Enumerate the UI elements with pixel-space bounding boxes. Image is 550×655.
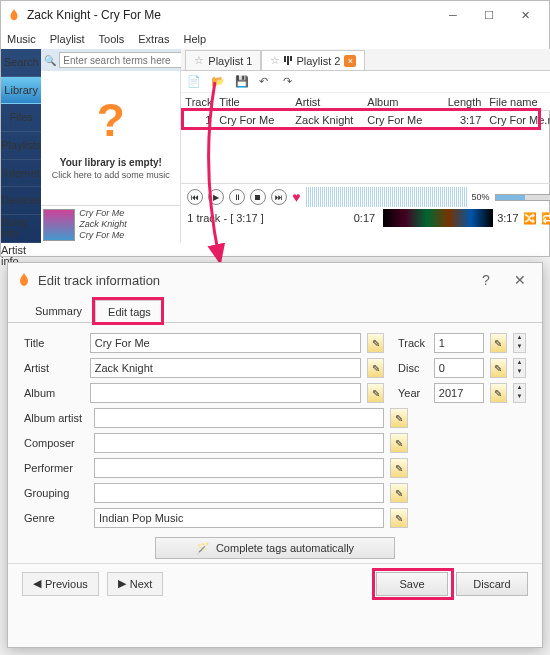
playlist-tab-1[interactable]: ☆Playlist 1 xyxy=(185,50,261,70)
album-artist-field[interactable] xyxy=(94,408,384,428)
volume-label: 50% xyxy=(472,192,490,202)
brush-button[interactable]: ✎ xyxy=(390,508,408,528)
tab-summary[interactable]: Summary xyxy=(22,299,95,322)
title-field[interactable] xyxy=(90,333,361,353)
brush-button[interactable]: ✎ xyxy=(390,458,408,478)
volume-slider[interactable] xyxy=(495,194,550,201)
close-button[interactable]: ✕ xyxy=(507,3,543,27)
genre-field[interactable] xyxy=(94,508,384,528)
library-empty-panel[interactable]: ? Your library is empty! Click here to a… xyxy=(41,71,180,205)
playlist-tab-2[interactable]: ☆Playlist 2× xyxy=(261,50,365,70)
label-track: Track xyxy=(398,337,428,349)
new-icon[interactable]: 📄 xyxy=(187,75,201,89)
library-empty-sub: Click here to add some music xyxy=(52,170,170,180)
menu-playlist[interactable]: Playlist xyxy=(50,33,85,45)
np-title: Cry For Me xyxy=(79,208,127,219)
brush-button[interactable]: ✎ xyxy=(390,483,408,503)
brush-button[interactable]: ✎ xyxy=(390,433,408,453)
year-spinner[interactable]: ▲▼ xyxy=(513,383,526,403)
artist-field[interactable] xyxy=(90,358,361,378)
menu-help[interactable]: Help xyxy=(183,33,206,45)
col-artist[interactable]: Artist xyxy=(291,96,363,108)
dialog-tabs: Summary Edit tags xyxy=(8,297,542,323)
chevron-left-icon: ◀ xyxy=(33,577,41,590)
maximize-button[interactable]: ☐ xyxy=(471,3,507,27)
disc-field[interactable] xyxy=(434,358,484,378)
wand-icon: 🪄 xyxy=(196,542,210,555)
year-field[interactable] xyxy=(434,383,484,403)
close-tab-icon[interactable]: × xyxy=(344,55,356,67)
menu-tools[interactable]: Tools xyxy=(99,33,125,45)
sidebar-item-playlists[interactable]: Playlists xyxy=(1,132,41,160)
menu-extras[interactable]: Extras xyxy=(138,33,169,45)
track-table: Track Title Artist Album Length File nam… xyxy=(181,93,550,129)
performer-field[interactable] xyxy=(94,458,384,478)
brush-button[interactable]: ✎ xyxy=(490,333,507,353)
pause-button[interactable]: ⏸ xyxy=(229,189,245,205)
grouping-field[interactable] xyxy=(94,483,384,503)
sidebar-item-search[interactable]: Search xyxy=(1,49,41,77)
play-button[interactable]: ▶ xyxy=(208,189,224,205)
sidebar-item-internet[interactable]: Internet xyxy=(1,160,41,188)
minimize-button[interactable]: ─ xyxy=(435,3,471,27)
prev-button[interactable]: ⏮ xyxy=(187,189,203,205)
composer-field[interactable] xyxy=(94,433,384,453)
brush-button[interactable]: ✎ xyxy=(367,358,384,378)
spectrogram xyxy=(383,209,493,227)
brush-button[interactable]: ✎ xyxy=(367,333,384,353)
redo-icon[interactable]: ↷ xyxy=(283,75,297,89)
track-field[interactable] xyxy=(434,333,484,353)
save-button[interactable]: Save xyxy=(376,572,448,596)
brush-button[interactable]: ✎ xyxy=(490,383,507,403)
library-empty-heading: Your library is empty! xyxy=(60,157,162,168)
col-filename[interactable]: File name xyxy=(485,96,550,108)
edit-track-dialog: Edit track information ? ✕ Summary Edit … xyxy=(7,262,543,648)
col-track[interactable]: Track xyxy=(181,96,215,108)
menubar: Music Playlist Tools Extras Help xyxy=(1,29,549,49)
sidebar-item-devices[interactable]: Devices xyxy=(1,187,41,215)
shuffle-icon[interactable]: 🔀 xyxy=(523,212,537,225)
sidebar-item-files[interactable]: Files xyxy=(1,104,41,132)
pos-elapsed: 0:17 xyxy=(354,212,375,224)
next-button[interactable]: ▶Next xyxy=(107,572,164,596)
menu-music[interactable]: Music xyxy=(7,33,36,45)
label-disc: Disc xyxy=(398,362,428,374)
repeat-icon[interactable]: 🔁 xyxy=(541,212,550,225)
np-album: Cry For Me xyxy=(79,230,127,241)
stop-button[interactable]: ⏹ xyxy=(250,189,266,205)
save-icon[interactable]: 💾 xyxy=(235,75,249,89)
brush-button[interactable]: ✎ xyxy=(390,408,408,428)
dialog-close-button[interactable]: ✕ xyxy=(506,272,534,288)
track-spinner[interactable]: ▲▼ xyxy=(513,333,526,353)
album-field[interactable] xyxy=(90,383,361,403)
disc-spinner[interactable]: ▲▼ xyxy=(513,358,526,378)
waveform[interactable] xyxy=(306,187,467,207)
col-title[interactable]: Title xyxy=(215,96,291,108)
brush-button[interactable]: ✎ xyxy=(490,358,507,378)
table-row[interactable]: 1 Cry For Me Zack Knight Cry For Me 3:17… xyxy=(181,111,550,129)
help-button[interactable]: ? xyxy=(472,272,500,288)
col-album[interactable]: Album xyxy=(363,96,439,108)
question-icon: ? xyxy=(97,97,125,143)
col-length[interactable]: Length xyxy=(439,96,485,108)
open-icon[interactable]: 📂 xyxy=(211,75,225,89)
undo-icon[interactable]: ↶ xyxy=(259,75,273,89)
pos-total: 3:17 xyxy=(497,212,518,224)
next-button[interactable]: ⏭ xyxy=(271,189,287,205)
sidebar-item-library[interactable]: Library xyxy=(1,77,41,105)
app-logo-icon xyxy=(7,8,21,22)
previous-button[interactable]: ◀Previous xyxy=(22,572,99,596)
player-controls: ⏮ ▶ ⏸ ⏹ ⏭ ♥ 50% 1 track - [ 3:17 ] 0:17 … xyxy=(181,183,550,243)
playlist-tabs: ☆Playlist 1 ☆Playlist 2× xyxy=(181,49,550,71)
complete-tags-button[interactable]: 🪄 Complete tags automatically xyxy=(155,537,395,559)
discard-button[interactable]: Discard xyxy=(456,572,528,596)
tab-edit-tags[interactable]: Edit tags xyxy=(95,300,164,323)
window-title: Zack Knight - Cry For Me xyxy=(27,8,435,22)
playing-icon xyxy=(284,56,292,65)
sidebar-item-songinfo[interactable]: Song info xyxy=(1,215,41,243)
heart-icon[interactable]: ♥ xyxy=(292,189,300,205)
search-input[interactable] xyxy=(59,52,194,68)
brush-button[interactable]: ✎ xyxy=(367,383,384,403)
label-album: Album xyxy=(24,387,84,399)
label-year: Year xyxy=(398,387,428,399)
